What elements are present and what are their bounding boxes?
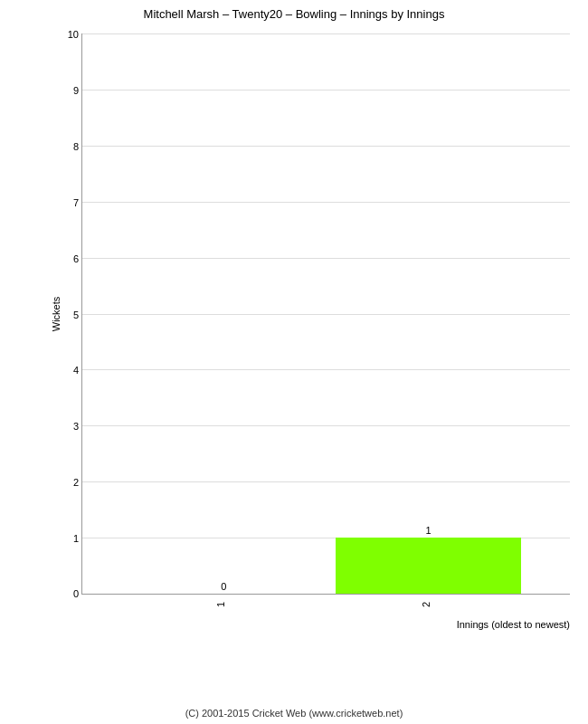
gridline-6: 6 (82, 258, 570, 259)
gridline-3: 3 (82, 425, 570, 426)
bar-group-2: 1 2 (336, 525, 521, 594)
y-tick-2: 2 (73, 477, 79, 488)
chart-inner: Wickets 10 9 8 7 6 5 4 (81, 33, 570, 595)
y-tick-0: 0 (73, 588, 79, 599)
x-axis-title: Innings (oldest to newest) (82, 619, 570, 630)
y-tick-10: 10 (68, 29, 79, 40)
y-tick-7: 7 (73, 197, 79, 208)
bar-value-1: 0 (221, 581, 226, 592)
gridline-9: 9 (82, 90, 570, 90)
y-tick-9: 9 (73, 85, 79, 96)
gridline-7: 7 (82, 202, 570, 203)
gridline-8: 8 (82, 146, 570, 147)
chart-container: Mitchell Marsh – Twenty20 – Bowling – In… (0, 0, 588, 724)
y-tick-1: 1 (73, 533, 79, 544)
x-tick-1: 1 (215, 602, 226, 607)
bar-value-2: 1 (426, 525, 432, 536)
gridline-4: 4 (82, 369, 570, 370)
gridline-2: 2 (82, 481, 570, 482)
y-tick-5: 5 (73, 310, 79, 320)
gridline-5: 5 (82, 314, 570, 315)
bar-2 (336, 538, 521, 594)
y-tick-4: 4 (73, 365, 79, 376)
chart-title: Mitchell Marsh – Twenty20 – Bowling – In… (144, 7, 445, 21)
gridline-10: 10 (82, 33, 570, 34)
y-tick-8: 8 (73, 141, 79, 152)
bar-group-1: 0 1 (180, 581, 268, 594)
y-tick-6: 6 (73, 253, 79, 264)
y-axis-label: Wickets (51, 296, 62, 331)
x-tick-2: 2 (421, 602, 432, 607)
y-tick-3: 3 (73, 421, 79, 432)
footer: (C) 2001-2015 Cricket Web (www.cricketwe… (0, 708, 588, 719)
chart-area: Wickets 10 9 8 7 6 5 4 (45, 24, 579, 649)
